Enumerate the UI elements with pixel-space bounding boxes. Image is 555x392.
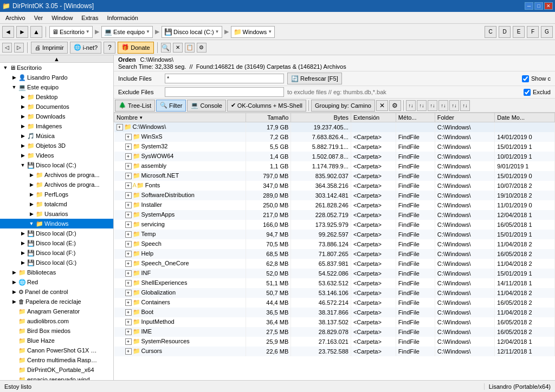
row-expand[interactable]: + [125,309,132,316]
toggle-red[interactable]: ▶ [10,278,18,286]
nav-up-button[interactable]: ▲ [30,26,42,38]
drive-icon-f[interactable]: F [527,26,539,38]
table-row[interactable]: +📁WinSxS7,2 GB7.683.826.4...<Carpeta>Fin… [114,132,555,142]
toolbar-icon1[interactable]: ◁ [2,43,12,53]
row-expand[interactable]: + [125,134,132,140]
row-expand[interactable]: + [117,124,123,130]
toggle-totalcmd[interactable]: ▶ [27,200,36,208]
col-tamano[interactable]: Tamaño [246,113,291,122]
table-row[interactable]: +📁Containers44,4 MB46.572.214<Carpeta>Fi… [114,298,555,308]
path-equipo[interactable]: 💻 Este equipo ▼ [101,26,153,38]
drive-icon-g[interactable]: G [541,26,553,38]
table-row[interactable]: +📁SystemApps217,0 MB228.052.719<Carpeta>… [114,210,555,220]
toggle-lisandro[interactable]: ▶ [10,73,18,82]
help-button[interactable]: ? [104,42,115,54]
row-expand[interactable]: + [125,153,132,160]
table-row[interactable]: +📁Globalization50,7 MB53.146.106<Carpeta… [114,288,555,298]
toggle-archivos1[interactable]: ▶ [27,171,36,179]
row-expand[interactable]: + [125,348,132,355]
tree-item-totalcmd[interactable]: ▶ 📁 totalcmd [0,199,113,209]
table-row[interactable]: +A📁Fonts347,0 MB364.358.216<Carpeta>Find… [114,181,555,191]
row-expand[interactable]: + [125,182,132,189]
row-expand[interactable]: + [125,290,132,296]
menu-extras[interactable]: Extras [77,14,102,22]
table-row[interactable]: +📁servicing166,0 MB173.925.979<Carpeta>F… [114,220,555,230]
table-row[interactable]: +📁Temp94,7 MB99.262.597<Carpeta>FindFile… [114,230,555,239]
tree-item-espacio[interactable]: ▶ 📁 espacio reservado window... [0,375,113,380]
toggle-documentos[interactable]: ▶ [18,102,27,111]
tree-item-birdbox[interactable]: ▶ 📁 Bird Box miedos [0,326,113,336]
tree-item-centro[interactable]: ▶ 📁 Centro multimedia Raspber... [0,355,113,365]
drive-icon-c[interactable]: C [485,26,496,38]
sort-icon-btn2[interactable]: ↑↓ [417,100,427,111]
toggle-musica[interactable]: ▶ [18,132,27,140]
toggle-usuarios[interactable]: ▶ [27,210,36,218]
toggle-downloads[interactable]: ▶ [18,112,27,121]
tree-item-bluehaze[interactable]: ▶ 📁 Blue Haze [0,336,113,345]
table-row[interactable]: +📁SoftwareDistribution289,0 MB303.142.48… [114,191,555,200]
tree-item-objetos3d[interactable]: ▶ 📁 Objetos 3D [0,141,113,151]
tree-item-canon[interactable]: ▶ 📁 Canon PowerShot G1X Mar... [0,345,113,355]
grouping-button[interactable]: Grouping by: Camino [311,100,375,112]
toggle-escritorio[interactable]: ▼ [1,63,10,72]
sort-icon-btn4[interactable]: ↑↓ [438,100,448,111]
row-expand[interactable]: + [125,173,132,179]
toggle-este-equipo[interactable]: ▼ [10,83,18,92]
row-expand[interactable]: + [125,143,132,150]
menu-archivo[interactable]: Archivo [1,14,30,22]
sort-icon-btn3[interactable]: ↑↓ [428,100,437,111]
ok-columns-button[interactable]: ✔ OK-Columns + MS-Shell [227,100,306,112]
inet-button[interactable]: 🌐 i-net? [70,42,102,54]
toggle-panel-control[interactable]: ▶ [10,288,18,296]
exclude-files-input[interactable] [165,87,284,97]
row-expand[interactable]: + [125,270,132,277]
tree-item-papelera[interactable]: ▶ 🗑 Papelera de reciclaje [0,297,113,306]
tree-item-anagram[interactable]: ▶ 📁 Anagram Generator [0,306,113,316]
delete-action-button[interactable]: ✕ [376,100,388,111]
table-row[interactable]: +📁Speech70,5 MB73.886.124<Carpeta>FindFi… [114,239,555,249]
table-row[interactable]: +📁IME27,5 MB28.829.078<Carpeta>FindFileC… [114,327,555,337]
menu-window[interactable]: Window [47,14,77,22]
row-expand[interactable]: + [125,231,132,238]
table-row[interactable]: +📁Help68,5 MB71.807.265<Carpeta>FindFile… [114,249,555,259]
row-expand[interactable]: + [125,260,132,267]
search-icon-btn[interactable]: 🔍 [161,43,171,53]
tree-item-desktop[interactable]: ▶ 📁 Desktop [0,92,113,102]
toggle-windows[interactable]: ▼ [27,219,36,228]
col-metodo[interactable]: Méto... [396,113,435,122]
include-files-input[interactable] [165,74,284,83]
row-expand[interactable]: + [125,319,132,325]
row-expand[interactable]: + [125,329,132,335]
table-row[interactable]: +📁InputMethod36,4 MB38.137.502<Carpeta>F… [114,317,555,327]
exclud-checkbox[interactable] [524,89,531,96]
close-button[interactable]: ✕ [544,2,553,10]
col-date[interactable]: Date Mo... [495,113,555,122]
tree-item-perflogs[interactable]: ▶ 📁 PerfLogs [0,190,113,199]
tree-item-videos[interactable]: ▶ 📁 Videos [0,151,113,160]
toggle-bibliotecas[interactable]: ▶ [10,268,18,277]
toggle-desktop[interactable]: ▶ [18,93,27,101]
tree-item-lisandro[interactable]: ▶ 👤 Lisandro Pardo [0,73,113,82]
row-expand[interactable]: + [125,163,132,169]
tree-item-disco-d[interactable]: ▶ 💾 Disco local (D:) [0,228,113,238]
row-expand[interactable]: + [125,202,132,208]
settings-action-button[interactable]: ⚙ [389,100,401,111]
tree-item-archivos1[interactable]: ▶ 📁 Archivos de progra... [0,170,113,180]
table-row[interactable]: +📁assembly1,1 GB1.174.789.9...<Carpeta>F… [114,161,555,171]
tree-item-dirprintok[interactable]: ▶ 📁 DirPrintOK_Portable_x64 [0,365,113,375]
row-expand[interactable]: + [125,192,132,199]
toggle-objetos3d[interactable]: ▶ [18,141,27,150]
show-checkbox[interactable] [522,75,529,82]
row-expand[interactable]: + [125,212,132,218]
tree-item-usuarios[interactable]: ▶ 📁 Usuarios [0,209,113,219]
toggle-disco-g[interactable]: ▶ [18,258,27,267]
toggle-perflogs[interactable]: ▶ [27,190,36,199]
table-row[interactable]: +📁SysWOW641,4 GB1.502.087.8...<Carpeta>F… [114,152,555,161]
table-row[interactable]: +📁Installer250,0 MB261.828.246<Carpeta>F… [114,200,555,210]
sort-icon-btn1[interactable]: ↑↓ [406,100,416,111]
path-disco[interactable]: 💾 Disco local (C:) ▼ [162,26,222,38]
toolbar-icon2[interactable]: ▷ [14,43,24,53]
tree-item-musica[interactable]: ▶ 🎵 Música [0,131,113,141]
tree-item-disco-g[interactable]: ▶ 💾 Disco local (G:) [0,258,113,267]
sort-icon-btn5[interactable]: ↑↓ [449,100,459,111]
